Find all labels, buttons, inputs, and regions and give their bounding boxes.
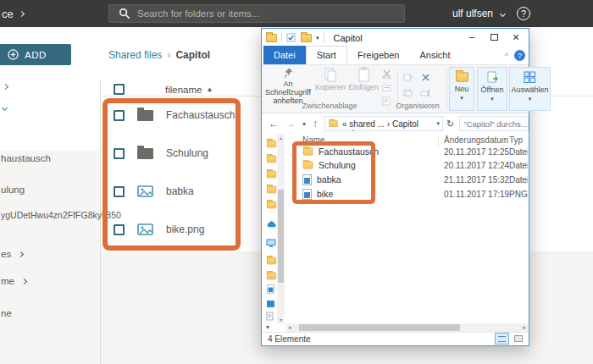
pin-quick-access-button[interactable]: An Schnellzugriff anheften (263, 67, 313, 106)
add-button[interactable]: ADD (0, 44, 71, 65)
address-path-box[interactable]: « shared ... › Capitol ▾ (324, 116, 443, 131)
copy-to-button[interactable] (402, 87, 414, 98)
highlight-rectangle (103, 98, 241, 251)
user-menu[interactable]: ulf ulfsen (452, 8, 505, 19)
chevron-right-icon (19, 11, 25, 17)
copy-label: Kopieren (315, 84, 346, 92)
breadcrumb-parent-link[interactable]: Shared files (108, 49, 162, 61)
filename-column-header[interactable]: filename (165, 85, 202, 95)
tab-freigeben[interactable]: Freigeben (347, 46, 410, 64)
delete-x-icon (421, 73, 430, 82)
ribbon-collapse-icon[interactable]: ^ (505, 52, 508, 60)
global-search[interactable] (108, 4, 405, 23)
new-label: Neu (455, 85, 469, 94)
tab-start[interactable]: Start (306, 46, 347, 64)
nav-folder-icon[interactable] (266, 136, 277, 152)
sidebar-item[interactable]: ne (1, 308, 12, 318)
breadcrumb-fragment: ce (2, 8, 14, 20)
explorer-titlebar[interactable]: ▾ Capitol – × (262, 29, 529, 47)
address-path: « shared ... › Capitol (342, 119, 437, 129)
scroll-up-icon[interactable]: ▴ (277, 135, 285, 141)
new-button[interactable]: Neu ▾ (449, 67, 474, 111)
scrollbar-thumb[interactable] (278, 190, 284, 283)
select-all-checkbox[interactable] (114, 84, 125, 95)
sidebar-item-label: me (1, 276, 14, 286)
plus-circle-icon (8, 49, 19, 60)
up-button[interactable]: ↑ (313, 118, 318, 130)
copy-path-button[interactable] (380, 82, 392, 93)
breadcrumb-current: Capitol (175, 49, 210, 61)
scroll-left-icon[interactable]: ◂ (288, 324, 291, 331)
sidebar-item[interactable]: es (1, 249, 23, 259)
explorer-search-box[interactable]: "Capitol" durchs... (459, 116, 529, 131)
nav-scrollbar[interactable]: ▴ ▾ (277, 134, 285, 323)
qat-new-folder-icon[interactable] (301, 34, 312, 42)
delete-button[interactable] (419, 72, 431, 83)
this-pc-icon[interactable] (266, 236, 276, 251)
chevron-down-icon (500, 10, 506, 16)
dropdown-icon: ▾ (529, 96, 532, 102)
chevron-right-icon (18, 251, 24, 256)
details-view-button[interactable] (495, 333, 509, 345)
cut-button[interactable] (380, 69, 392, 80)
paste-button[interactable]: Einfügen (347, 67, 380, 106)
qat-customize-chevron-icon[interactable]: ▾ (316, 35, 319, 41)
nav-folder-icon[interactable] (266, 268, 277, 284)
nav-scroll-down-icon[interactable]: ▾ (266, 323, 269, 331)
column-type[interactable]: Typ (509, 135, 523, 145)
screen: ce ulf ulfsen ? ADD Shared files › Capit… (0, 0, 593, 364)
nav-folder-icon[interactable] (266, 197, 277, 212)
sidebar-expanded-chevron-icon[interactable] (2, 105, 8, 111)
copy-icon (324, 67, 337, 82)
sidebar-item[interactable]: ulung (1, 185, 25, 195)
nav-document-icon[interactable] (266, 309, 274, 324)
tab-datei[interactable]: Datei (263, 46, 306, 64)
scroll-down-icon[interactable]: ▾ (277, 317, 285, 323)
file-type: Dateio (509, 147, 528, 157)
topbar-breadcrumb[interactable]: ce (2, 8, 24, 20)
copy-path-icon (382, 84, 391, 92)
back-button[interactable]: ← (269, 118, 279, 130)
maximize-button[interactable] (483, 29, 505, 46)
nav-folder-icon[interactable] (266, 253, 277, 268)
file-date: 20.11.2017 12:25 (444, 147, 509, 157)
move-to-button[interactable] (402, 72, 414, 83)
help-icon[interactable]: ? (517, 7, 530, 20)
recent-locations-chevron-icon[interactable]: ▾ (302, 120, 306, 128)
sidebar-item[interactable]: haustausch (1, 153, 51, 163)
qat-properties-icon[interactable] (286, 33, 296, 42)
open-label: Öffnen (481, 86, 504, 95)
ribbon: An Schnellzugriff anheften Kopieren Einf… (262, 65, 529, 113)
onedrive-icon[interactable] (266, 216, 277, 231)
sort-ascending-icon[interactable]: ▲ (206, 85, 213, 93)
select-button[interactable]: Auswählen ▾ (509, 67, 551, 111)
column-date[interactable]: Änderungsdatum (444, 135, 508, 145)
open-button[interactable]: Öffnen ▾ (477, 67, 507, 111)
window-title: Capitol (334, 33, 363, 43)
sidebar-item-label: haustausch (1, 153, 51, 163)
sidebar-item[interactable]: me (1, 276, 26, 286)
tab-ansicht[interactable]: Ansicht (409, 46, 460, 64)
explorer-window: ▾ Capitol – × Datei Start Freigeben Ansi… (261, 28, 529, 346)
path-dropdown-icon[interactable]: ▾ (437, 120, 441, 127)
nav-folder-icon[interactable] (266, 152, 277, 167)
thumbnail-view-button[interactable] (511, 333, 525, 345)
nav-folder-icon[interactable] (266, 182, 277, 197)
scroll-right-icon[interactable]: ▸ (523, 324, 526, 331)
copy-button[interactable]: Kopieren (313, 67, 347, 106)
sidebar-collapsed-chevron-icon[interactable] (3, 84, 8, 90)
scrollbar-thumb[interactable] (299, 324, 460, 331)
select-label: Auswählen (511, 86, 548, 95)
rename-button[interactable] (419, 87, 431, 98)
refresh-icon[interactable]: ↻ (446, 119, 454, 130)
forward-button[interactable]: → (285, 118, 296, 130)
search-input[interactable] (137, 8, 374, 19)
status-bar: 4 Elemente (262, 332, 529, 345)
minimize-button[interactable]: – (461, 29, 483, 46)
search-icon (119, 8, 130, 19)
content-divider (100, 80, 101, 364)
explorer-help-icon[interactable]: ? (514, 50, 525, 61)
nav-folder-icon[interactable] (266, 167, 277, 182)
open-file-icon (487, 71, 498, 84)
close-button[interactable]: × (505, 29, 527, 46)
